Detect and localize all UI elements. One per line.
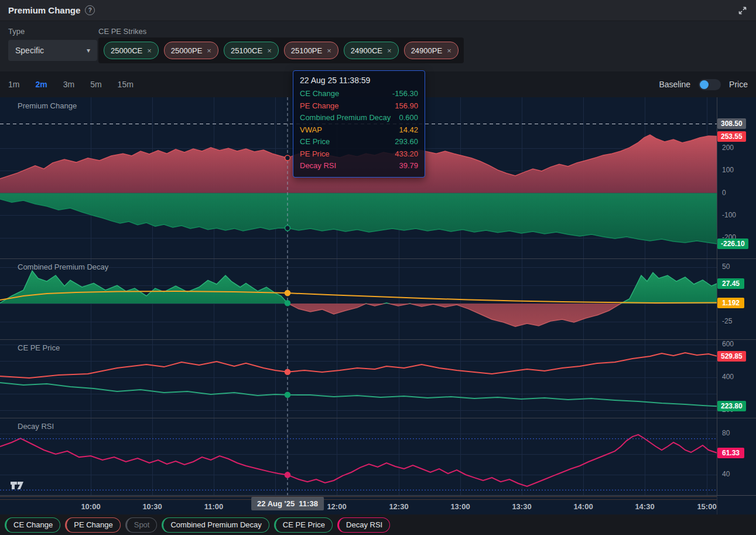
tradingview-logo[interactable]	[9, 480, 27, 493]
legend-pill-decay-rsi[interactable]: Decay RSI	[337, 517, 390, 533]
tooltip-row-label: CE Change	[300, 88, 339, 100]
tooltip-row-pe-change: PE Change156.90	[300, 100, 418, 113]
legend-pill-pe-change[interactable]: PE Change	[65, 517, 121, 533]
strike-chip-25000pe[interactable]: 25000PE×	[164, 42, 218, 59]
tab-1m[interactable]: 1m	[8, 80, 19, 89]
price-badge-30850: 308.50	[717, 118, 746, 129]
legend-pill-ce-pe-price[interactable]: CE PE Price	[274, 517, 333, 533]
strike-chip-label: 25100CE	[231, 46, 262, 55]
type-label: Type	[8, 27, 25, 36]
price-badge-1192: 1.192	[717, 298, 744, 308]
price-badge-6133: 61.33	[717, 448, 744, 458]
pane-title-decay-rsi: Decay RSI	[18, 422, 54, 431]
y-axis-tick: 600	[722, 340, 734, 348]
controls-bar: Type Specific ▾ CE PE Strikes 25000CE×25…	[0, 21, 756, 71]
chevron-down-icon: ▾	[87, 46, 90, 54]
chip-close-icon[interactable]: ×	[147, 46, 152, 55]
tooltip-row-ce-change: CE Change-156.30	[300, 88, 418, 100]
strike-chip-label: 25100PE	[291, 46, 323, 55]
y-axis-tick: 100	[722, 166, 734, 174]
legend-pill-spot[interactable]: Spot	[125, 517, 158, 533]
tooltip-row-label: Decay RSI	[300, 160, 336, 172]
type-select-value: Specific	[15, 46, 44, 55]
tooltip-row-value: 14.42	[399, 124, 418, 137]
tab-2m[interactable]: 2m	[35, 80, 47, 89]
y-axis-tick: -100	[722, 211, 736, 219]
baseline-price-toggle[interactable]	[699, 79, 721, 90]
strike-chip-24900pe[interactable]: 24900PE×	[404, 42, 459, 59]
tooltip-row-pe-price: PE Price433.20	[300, 148, 418, 161]
strike-chip-label: 24900CE	[351, 46, 382, 55]
help-icon[interactable]: ?	[85, 5, 95, 15]
tooltip-row-decay-rsi: Decay RSI39.79	[300, 160, 418, 172]
chip-close-icon[interactable]: ×	[447, 46, 451, 55]
time-tick-13-30: 13:30	[512, 502, 531, 511]
chip-close-icon[interactable]: ×	[207, 46, 211, 55]
tooltip-row-label: PE Price	[300, 148, 330, 161]
crosshair-marker	[285, 392, 290, 397]
time-tick-14-30: 14:30	[635, 502, 654, 511]
tooltip-row-value: 293.60	[395, 136, 418, 148]
tab-3m[interactable]: 3m	[63, 80, 74, 89]
pane-title-premium-change: Premium Change	[18, 101, 77, 110]
strike-chip-25000ce[interactable]: 25000CE×	[104, 42, 159, 59]
crosshair-time-badge: 22 Aug '25 11:38	[251, 497, 324, 510]
chip-close-icon[interactable]: ×	[327, 46, 331, 55]
strikes-label: CE PE Strikes	[98, 27, 146, 36]
crosshair-marker	[285, 301, 290, 306]
legend-pill-combined-premium-decay[interactable]: Combined Premium Decay	[162, 517, 269, 533]
crosshair-marker	[285, 155, 290, 161]
tooltip-row-value: 0.600	[399, 112, 418, 124]
strike-chip-label: 25000CE	[111, 46, 142, 55]
time-tick-10-00: 10:00	[81, 502, 100, 511]
series-combined-premium-decay-pos	[0, 271, 717, 326]
price-badge-52985: 529.85	[717, 351, 746, 362]
y-axis-tick: 50	[722, 263, 730, 271]
expand-icon[interactable]	[737, 5, 748, 16]
strikes-chips: 25000CE×25000PE×25100CE×25100PE×24900CE×…	[98, 38, 464, 63]
price-badge-2745: 27.45	[717, 278, 744, 289]
time-tick-10-30: 10:30	[142, 502, 162, 511]
baseline-label: Baseline	[659, 80, 690, 89]
strike-chip-label: 24900PE	[411, 46, 443, 55]
time-tick-12-00: 12:00	[327, 502, 346, 511]
tooltip-row-value: 156.90	[395, 100, 418, 113]
tooltip-row-value: 39.79	[399, 160, 418, 172]
tab-5m[interactable]: 5m	[90, 80, 101, 89]
time-tick-11-00: 11:00	[204, 502, 224, 511]
price-label: Price	[729, 80, 748, 89]
crosshair-marker	[285, 226, 290, 231]
premium-change-app: Premium Change ? Type Specific ▾ CE PE S…	[0, 0, 756, 535]
tooltip-timestamp: 22 Aug 25 11:38:59	[300, 76, 418, 85]
pane-title-ce-pe-price: CE PE Price	[18, 343, 60, 352]
y-axis-tick: 0	[722, 189, 726, 197]
time-tick-15-00: 15:00	[697, 502, 716, 511]
tooltip-row-value: 433.20	[395, 148, 418, 161]
tooltip-row-label: Combined Premium Decay	[300, 112, 391, 124]
tooltip-row-label: PE Change	[300, 100, 339, 113]
series-ce-price	[0, 383, 717, 406]
collapsed-pane-edge-2	[0, 499, 717, 500]
tooltip-row-vwap: VWAP14.42	[300, 124, 418, 137]
time-tick-14-00: 14:00	[573, 502, 593, 511]
legend-pill-ce-change[interactable]: CE Change	[5, 517, 60, 533]
time-axis[interactable]: 10:0010:3011:0012:0012:3013:0013:3014:00…	[0, 495, 756, 514]
price-badge-25355: 253.55	[717, 131, 746, 142]
axis-corner-divider	[717, 496, 717, 514]
page-title: Premium Change	[8, 5, 80, 15]
strike-chip-25100pe[interactable]: 25100PE×	[284, 42, 338, 59]
y-axis-tick: 40	[722, 470, 730, 478]
crosshair-tooltip: 22 Aug 25 11:38:59 CE Change-156.30PE Ch…	[293, 70, 425, 178]
type-select[interactable]: Specific ▾	[8, 40, 97, 61]
pane-title-combined-premium-decay: Combined Premium Decay	[18, 263, 108, 271]
strike-chip-25100ce[interactable]: 25100CE×	[224, 42, 279, 59]
chip-close-icon[interactable]: ×	[267, 46, 272, 55]
tooltip-rows: CE Change-156.30PE Change156.90Combined …	[300, 88, 418, 172]
series-legend: CE ChangePE ChangeSpotCombined Premium D…	[0, 514, 756, 535]
crosshair-marker	[285, 291, 290, 296]
chip-close-icon[interactable]: ×	[387, 46, 392, 55]
time-tick-12-30: 12:30	[389, 502, 408, 511]
tab-15m[interactable]: 15m	[118, 80, 134, 89]
tooltip-row-label: CE Price	[300, 136, 330, 148]
strike-chip-24900ce[interactable]: 24900CE×	[344, 42, 399, 59]
